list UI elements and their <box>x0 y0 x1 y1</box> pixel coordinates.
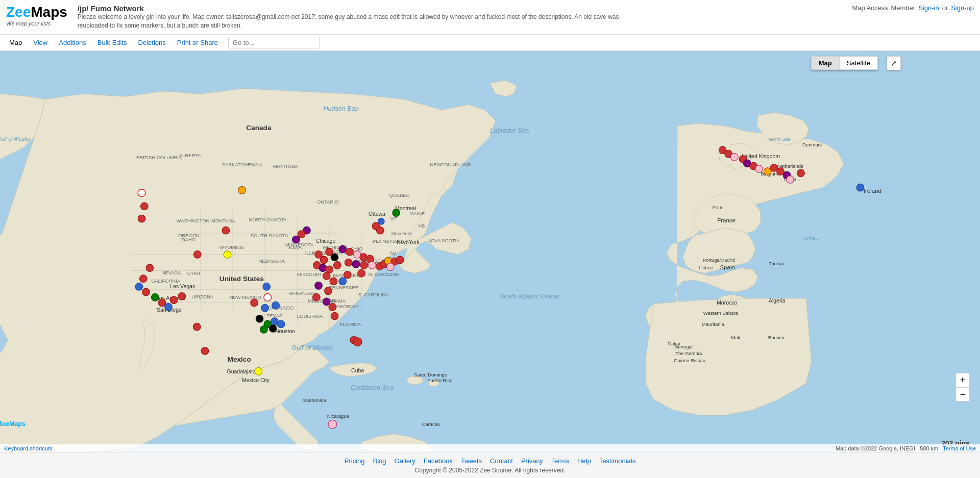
pin[interactable] <box>360 261 368 269</box>
pin[interactable] <box>263 283 271 290</box>
signup-link[interactable]: Sign-up <box>951 4 974 12</box>
pin[interactable] <box>331 312 338 320</box>
footer-link-facebook[interactable]: Facebook <box>424 457 453 465</box>
pin[interactable] <box>292 236 300 243</box>
pin[interactable] <box>346 248 354 256</box>
pin[interactable] <box>330 278 337 285</box>
label-west-sahara: Western Sahara <box>703 310 739 315</box>
pin[interactable] <box>255 367 262 375</box>
pin[interactable] <box>201 347 209 355</box>
label-chicago: Chicago <box>316 238 336 243</box>
pin[interactable] <box>269 324 277 332</box>
pin[interactable] <box>264 293 272 301</box>
signin-link[interactable]: Sign-in <box>918 4 939 12</box>
footer-copyright: Copyright © 2005-2022 Zee Source. All ri… <box>0 467 980 474</box>
label-madrid: Madrid <box>720 257 735 262</box>
pin[interactable] <box>339 245 347 253</box>
zoom-out-button[interactable]: − <box>955 387 970 401</box>
map-type-map-btn[interactable]: Map <box>812 57 840 69</box>
attribution-terms-link[interactable]: Terms of Use <box>943 445 976 451</box>
goto-input[interactable] <box>228 37 320 48</box>
footer-link-testimonials[interactable]: Testimonials <box>599 457 636 465</box>
pin[interactable] <box>393 209 400 216</box>
fullscreen-button[interactable]: ⤢ <box>887 56 901 70</box>
pin[interactable] <box>146 264 154 271</box>
pin[interactable] <box>358 269 365 277</box>
pin[interactable] <box>345 259 352 266</box>
pin[interactable] <box>165 303 173 311</box>
attribution-keyboard-link[interactable]: Keyboard shortcuts <box>4 445 53 451</box>
pin[interactable] <box>251 299 258 307</box>
pin[interactable] <box>140 203 148 210</box>
pin[interactable] <box>797 169 805 177</box>
pin[interactable] <box>344 271 351 279</box>
pin[interactable] <box>339 278 347 285</box>
pin[interactable] <box>386 263 394 270</box>
pin[interactable] <box>352 260 360 268</box>
pin[interactable] <box>353 337 362 346</box>
map-type-satellite-btn[interactable]: Satellite <box>840 57 877 69</box>
pin[interactable] <box>323 298 330 306</box>
pin[interactable] <box>369 261 376 269</box>
pin[interactable] <box>158 299 166 307</box>
pin[interactable] <box>138 215 145 222</box>
pin[interactable] <box>260 325 268 333</box>
additions-tab[interactable]: Additions <box>54 37 91 48</box>
pin[interactable] <box>193 250 201 258</box>
footer-link-terms[interactable]: Terms <box>551 457 569 465</box>
pin[interactable] <box>333 261 341 269</box>
footer-link-tweets[interactable]: Tweets <box>461 457 482 465</box>
pin[interactable] <box>787 175 794 183</box>
pin[interactable] <box>256 315 263 322</box>
pin[interactable] <box>315 282 323 289</box>
pin[interactable] <box>135 283 143 290</box>
pin[interactable] <box>730 153 738 161</box>
label-sc: S. CAROLINA <box>358 291 389 297</box>
pin[interactable] <box>178 292 186 300</box>
footer-link-pricing[interactable]: Pricing <box>345 457 365 465</box>
pin[interactable] <box>238 186 246 194</box>
pin[interactable] <box>261 304 269 312</box>
deletions-tab[interactable]: Deletions <box>133 37 171 48</box>
label-sk: SASKATCHEWAN <box>222 161 262 167</box>
label-uk: United Kingdom <box>742 154 780 159</box>
pin[interactable] <box>755 165 763 172</box>
pin[interactable] <box>320 256 328 264</box>
pin[interactable] <box>193 323 201 331</box>
logo[interactable]: ZeeMaps <box>6 4 67 20</box>
pin[interactable] <box>222 227 230 234</box>
label-nd: NORTH DAKOTA <box>249 216 287 222</box>
map-tab[interactable]: Map <box>4 37 27 48</box>
footer-link-blog[interactable]: Blog <box>373 457 386 465</box>
pin[interactable] <box>277 320 285 328</box>
pin[interactable] <box>142 288 150 296</box>
footer-link-privacy[interactable]: Privacy <box>521 457 543 465</box>
pin[interactable] <box>323 272 330 280</box>
pin[interactable] <box>856 184 864 191</box>
attribution-left: Keyboard shortcuts <box>4 445 53 451</box>
pin[interactable] <box>329 303 336 311</box>
bulk-edits-tab[interactable]: Bulk Edits <box>92 37 132 48</box>
pin[interactable] <box>378 218 385 224</box>
pin[interactable] <box>170 296 178 304</box>
footer-link-help[interactable]: Help <box>577 457 591 465</box>
pin[interactable] <box>272 301 280 309</box>
pin[interactable] <box>139 274 147 282</box>
pin[interactable] <box>396 256 404 264</box>
label-burkina: Burkina... <box>768 334 789 340</box>
pin[interactable] <box>151 293 159 301</box>
pin[interactable] <box>312 293 320 301</box>
pin[interactable] <box>325 287 332 295</box>
attribution-right: Map data ©2022 Google, INEGI 500 km Term… <box>836 445 976 451</box>
pin[interactable] <box>138 189 145 196</box>
footer-link-gallery[interactable]: Gallery <box>395 457 415 465</box>
pin[interactable] <box>376 227 384 234</box>
pin[interactable] <box>328 420 337 429</box>
print-share-tab[interactable]: Print or Share <box>172 37 223 48</box>
label-caracas: Caracas <box>422 421 440 427</box>
zoom-in-button[interactable]: + <box>955 373 970 387</box>
view-tab[interactable]: View <box>28 37 53 48</box>
footer-link-contact[interactable]: Contact <box>490 457 513 465</box>
pin[interactable] <box>331 253 338 261</box>
pin[interactable] <box>224 250 231 258</box>
